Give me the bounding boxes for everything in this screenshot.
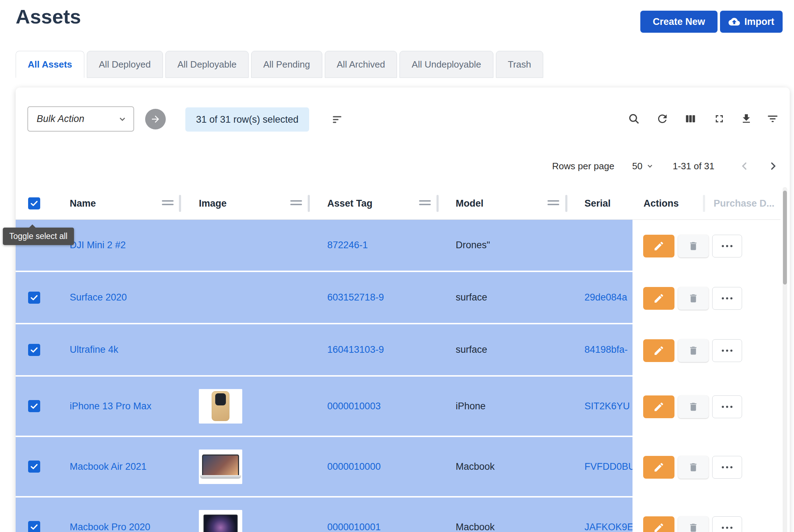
more-actions-button[interactable]: [712, 516, 742, 532]
asset-name-link[interactable]: Surface 2020: [70, 292, 127, 303]
row-checkbox[interactable]: [28, 344, 40, 356]
row-checkbox[interactable]: [28, 461, 40, 473]
column-header-image[interactable]: Image: [199, 187, 227, 220]
model-cell: Macbook: [456, 461, 584, 472]
row-actions: [632, 220, 780, 272]
serial-link[interactable]: SIT2K6YU: [584, 401, 630, 411]
column-drag-handle-icon[interactable]: [290, 200, 302, 207]
column-header-purchase-date: Purchase D...: [714, 187, 774, 220]
tab-trash[interactable]: Trash: [496, 51, 544, 78]
filter-icon[interactable]: [765, 111, 780, 127]
next-page-button[interactable]: [765, 158, 781, 174]
columns-icon[interactable]: [683, 111, 698, 127]
asset-tag-link[interactable]: 0000010001: [327, 522, 381, 532]
delete-button[interactable]: [678, 516, 709, 532]
asset-tag-link[interactable]: 603152718-9: [327, 292, 384, 303]
delete-button[interactable]: [678, 287, 709, 310]
import-label: Import: [745, 16, 774, 27]
delete-button[interactable]: [678, 235, 709, 257]
edit-button[interactable]: [643, 287, 674, 310]
trash-icon: [688, 345, 699, 356]
more-actions-button[interactable]: [712, 395, 742, 418]
create-new-label: Create New: [653, 16, 705, 27]
serial-link[interactable]: JAFKOK9E: [584, 522, 634, 532]
edit-button[interactable]: [643, 235, 674, 257]
vertical-scrollbar[interactable]: [783, 187, 787, 532]
model-cell: surface: [456, 292, 584, 303]
trash-icon: [688, 522, 699, 532]
assets-table-card: Bulk Action 31 of 31 row(s) selected Row…: [16, 87, 790, 532]
search-icon[interactable]: [626, 111, 642, 127]
scrollbar-thumb[interactable]: [783, 191, 787, 284]
serial-link[interactable]: FVFDD0BU: [584, 461, 635, 472]
asset-name-link[interactable]: Ultrafine 4k: [70, 344, 118, 355]
column-drag-handle-icon[interactable]: [419, 200, 431, 207]
edit-button[interactable]: [643, 456, 674, 479]
pagination-range: 1-31 of 31: [673, 157, 714, 175]
asset-tag-link[interactable]: 0000010000: [327, 461, 381, 472]
model-cell: Macbook: [456, 522, 584, 532]
delete-button[interactable]: [678, 395, 709, 418]
asset-tag-link[interactable]: 160413103-9: [327, 344, 384, 355]
asset-name-link[interactable]: Macbook Pro 2020: [70, 522, 150, 532]
more-actions-button[interactable]: [712, 456, 742, 479]
column-header-model[interactable]: Model: [456, 187, 483, 220]
asset-tag-link[interactable]: 872246-1: [327, 240, 368, 250]
asset-tag-link[interactable]: 0000010003: [327, 401, 381, 411]
row-actions: [632, 324, 780, 377]
column-drag-handle-icon[interactable]: [547, 200, 559, 207]
rows-per-page-label: Rows per page: [552, 157, 614, 175]
tab-all-deployable[interactable]: All Deployable: [165, 51, 249, 78]
pencil-icon: [653, 345, 665, 356]
asset-name-link[interactable]: DJI Mini 2 #2: [70, 240, 126, 250]
delete-button[interactable]: [678, 339, 709, 362]
row-actions: [632, 377, 780, 437]
apply-bulk-action-button[interactable]: [145, 109, 166, 129]
column-drag-handle-icon[interactable]: [162, 200, 174, 207]
delete-button[interactable]: [678, 456, 709, 479]
edit-button[interactable]: [643, 339, 674, 362]
more-actions-button[interactable]: [712, 287, 742, 310]
download-icon[interactable]: [739, 111, 754, 127]
more-actions-button[interactable]: [712, 339, 742, 362]
pencil-icon: [653, 401, 665, 413]
rows-per-page-value: 50: [632, 157, 642, 175]
sort-icon[interactable]: [330, 112, 346, 127]
column-resize-separator[interactable]: [179, 195, 181, 212]
tab-all-archived[interactable]: All Archived: [325, 51, 397, 78]
column-header-name[interactable]: Name: [70, 187, 96, 220]
tab-all-pending[interactable]: All Pending: [251, 51, 322, 78]
row-actions: [632, 437, 780, 498]
row-checkbox[interactable]: [28, 400, 40, 412]
create-new-button[interactable]: Create New: [640, 11, 718, 33]
bulk-action-select[interactable]: Bulk Action: [27, 106, 134, 132]
serial-link[interactable]: 29de084a: [584, 292, 627, 303]
tab-all-assets[interactable]: All Assets: [16, 51, 84, 78]
rows-per-page-select[interactable]: 50: [632, 157, 654, 175]
row-actions: [632, 272, 780, 324]
pencil-icon: [653, 240, 665, 252]
serial-link[interactable]: 84198bfa-: [584, 344, 628, 355]
select-all-checkbox[interactable]: [28, 197, 40, 209]
column-header-asset-tag[interactable]: Asset Tag: [327, 187, 372, 220]
more-actions-button[interactable]: [712, 235, 742, 257]
column-resize-separator[interactable]: [565, 195, 567, 212]
column-header-serial[interactable]: Serial: [584, 187, 611, 220]
column-resize-separator[interactable]: [436, 195, 439, 212]
tab-all-deployed[interactable]: All Deployed: [87, 51, 163, 78]
column-resize-separator[interactable]: [308, 195, 310, 212]
pencil-icon: [653, 522, 665, 532]
chevron-down-icon: [646, 162, 654, 170]
asset-name-link[interactable]: Macbook Air 2021: [70, 461, 147, 472]
previous-page-button[interactable]: [736, 158, 753, 174]
fullscreen-icon[interactable]: [711, 111, 727, 127]
refresh-icon[interactable]: [655, 111, 670, 127]
row-checkbox[interactable]: [28, 521, 40, 532]
row-checkbox[interactable]: [28, 292, 40, 304]
edit-button[interactable]: [643, 516, 674, 532]
tab-all-undeployable[interactable]: All Undeployable: [399, 51, 493, 78]
edit-button[interactable]: [643, 395, 674, 418]
trash-icon: [688, 241, 699, 251]
import-button[interactable]: Import: [720, 11, 783, 33]
asset-name-link[interactable]: iPhone 13 Pro Max: [70, 401, 152, 411]
